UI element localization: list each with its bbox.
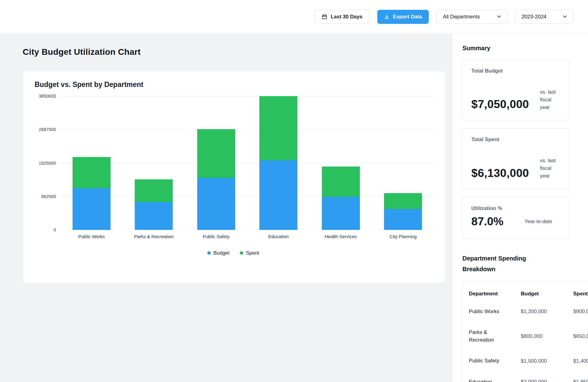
total-spent-card: Total Spent $6,130,000 ↑ vs. last fiscal…: [462, 128, 569, 189]
table-cell: $1,200,000: [521, 301, 573, 322]
table-cell: $900,000: [573, 301, 588, 322]
stacked-bar-city-planning: [384, 193, 422, 230]
y-axis: 3850000288750019250009625000: [32, 96, 60, 230]
total-budget-label: Total Budget: [471, 68, 560, 74]
fiscal-year-select[interactable]: 2023-2024: [515, 10, 573, 24]
y-tick-label: 2887500: [39, 127, 56, 132]
legend-item-spent[interactable]: Spent: [240, 250, 259, 256]
spent-segment: [197, 129, 235, 178]
x-axis: Public WorksParks & RecreationPublic Saf…: [60, 234, 434, 239]
x-axis-label: City Planning: [372, 234, 435, 239]
table-row: Education$2,000,000$1,850,000: [469, 372, 588, 382]
stacked-bar-public-safety: [197, 129, 235, 230]
utilization-note: Year-to-date: [525, 219, 552, 224]
table-header-row: DepartmentBudgetSpent: [469, 291, 588, 301]
stacked-bar-education: [259, 96, 297, 230]
breakdown-table-card: DepartmentBudgetSpentPublic Works$1,200,…: [462, 281, 588, 382]
spent-segment: [73, 157, 111, 188]
spent-segment: [135, 179, 173, 202]
department-cell: Education: [469, 378, 503, 382]
total-spent-value: $6,130,000: [471, 167, 537, 180]
amount-cell: $650,000: [573, 333, 588, 339]
department-cell: Parks & Recreation: [469, 329, 503, 344]
date-range-button[interactable]: Last 30 Days: [315, 10, 370, 24]
breakdown-title: Department Spending Breakdown: [462, 253, 545, 275]
x-axis-label: Public Works: [60, 234, 123, 239]
total-spent-label: Total Spent: [471, 137, 560, 143]
x-axis-label: Health Services: [310, 234, 372, 239]
amount-cell: $1,200,000: [521, 309, 570, 315]
chart-legend: BudgetSpent: [32, 250, 434, 256]
amount-cell: $1,850,000: [573, 379, 588, 382]
export-data-label: Export Data: [393, 14, 422, 20]
bar-slot: [310, 96, 372, 230]
date-range-label: Last 30 Days: [331, 14, 363, 20]
bar-slot: [247, 96, 310, 230]
utilization-label: Utilization %: [471, 205, 560, 212]
amount-cell: $1,400,000: [573, 358, 588, 364]
up-arrow-icon: ↑: [537, 170, 539, 174]
bar-slot: [123, 96, 185, 230]
department-cell: Public Safety: [469, 357, 503, 365]
main-content: City Budget Utilization Chart Budget vs.…: [0, 34, 452, 382]
x-axis-label: Education: [247, 234, 310, 239]
fiscal-year-select-value: 2023-2024: [522, 14, 546, 20]
table-row: Public Safety$1,500,000$1,400,000: [469, 350, 588, 372]
budget-segment: [197, 178, 235, 230]
amount-cell: $800,000: [521, 333, 570, 339]
legend-label: Spent: [246, 250, 259, 256]
spent-segment: [322, 167, 360, 197]
department-select[interactable]: All Departments: [436, 10, 507, 24]
table-cell: $1,850,000: [573, 372, 588, 382]
table-cell: $800,000: [521, 322, 573, 350]
chart-title: Budget vs. Spent by Department: [35, 81, 434, 89]
column-header: Budget: [521, 291, 573, 301]
table-row: Public Works$1,200,000$900,000: [469, 301, 588, 322]
column-header: Department: [469, 291, 521, 301]
chevron-down-icon: [497, 15, 501, 18]
up-arrow-icon: ↑: [537, 102, 539, 105]
bars: [60, 96, 434, 230]
table-cell: $2,000,000: [521, 372, 573, 382]
stacked-bar-parks-recreation: [135, 179, 173, 230]
total-budget-card: Total Budget $7,050,000 ↑ vs. last fisca…: [462, 59, 569, 120]
budget-segment: [259, 160, 297, 230]
total-budget-note: vs. last fiscal year: [540, 88, 560, 111]
y-tick-label: 3850000: [39, 94, 56, 99]
bar-slot: [60, 96, 123, 230]
legend-dot: [240, 251, 243, 255]
page-title: City Budget Utilization Chart: [23, 47, 452, 57]
utilization-value: 87.0%: [471, 215, 525, 228]
utilization-card: Utilization % 87.0% Year-to-date: [462, 197, 569, 239]
total-spent-note: vs. last fiscal year: [540, 157, 560, 179]
legend-label: Budget: [213, 250, 229, 256]
legend-item-budget[interactable]: Budget: [207, 250, 229, 256]
breakdown-table: DepartmentBudgetSpentPublic Works$1,200,…: [469, 291, 588, 382]
department-cell: Public Works: [469, 308, 503, 316]
legend-dot: [207, 251, 211, 255]
budget-segment: [135, 202, 173, 230]
summary-title: Summary: [462, 45, 588, 52]
chart-area: 3850000288750019250009625000: [32, 96, 434, 230]
amount-cell: $900,000: [573, 309, 588, 315]
spent-segment: [259, 96, 297, 160]
amount-cell: $2,000,000: [521, 379, 570, 382]
table-cell: $650,000: [573, 322, 588, 350]
x-axis-label: Parks & Recreation: [123, 234, 185, 239]
calendar-icon: [322, 14, 327, 20]
stacked-bar-health-services: [322, 167, 360, 230]
chevron-down-icon: [563, 15, 567, 18]
y-tick-label: 0: [54, 227, 56, 232]
table-cell: Parks & Recreation: [469, 322, 521, 350]
budget-segment: [73, 188, 111, 230]
table-row: Parks & Recreation$800,000$650,000: [469, 322, 588, 350]
stacked-bar-public-works: [73, 157, 111, 230]
table-cell: $1,400,000: [573, 350, 588, 372]
export-data-button[interactable]: Export Data: [377, 10, 429, 24]
bar-slot: [372, 96, 435, 230]
budget-segment: [384, 209, 422, 230]
table-cell: Public Works: [469, 301, 521, 322]
chart-plot: [60, 96, 434, 230]
spent-segment: [384, 193, 422, 209]
table-cell: Education: [469, 372, 521, 382]
